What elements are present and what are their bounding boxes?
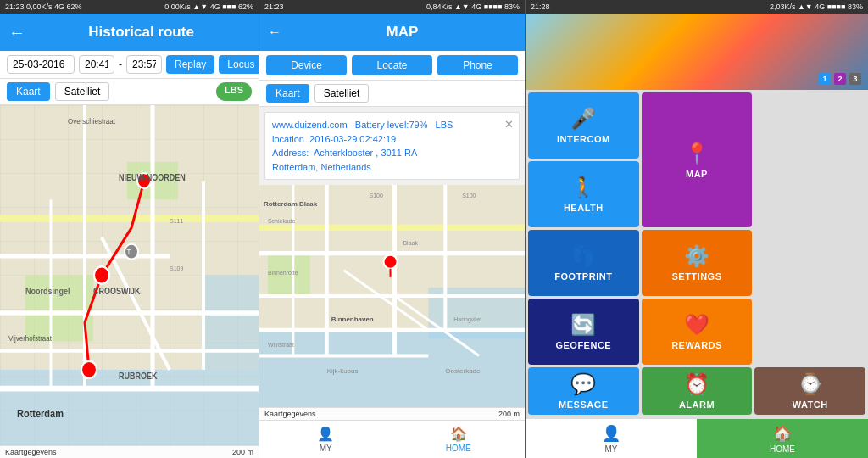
map-svg-2: Schiekade Binnenrotte Blaak Binnenhaven …	[259, 185, 525, 407]
info-line2: location 2016-03-29 02:42:19	[272, 132, 512, 147]
intercom-button[interactable]: 🎤 INTERCOM	[528, 92, 639, 159]
alarm-button[interactable]: ⏰ ALARM	[642, 367, 753, 415]
info-line3: Address: Achterklooster , 3011 RA	[272, 146, 512, 160]
svg-point-54	[384, 255, 398, 269]
footer-right-2: 200 m	[498, 410, 520, 418]
settings-button[interactable]: ⚙️ SETTINGS	[642, 230, 753, 296]
home-icon-2: 🏠	[450, 426, 467, 442]
page-dot-2[interactable]: 2	[834, 73, 846, 85]
status-bar-1: 21:23 0,00K/s 4G 62% 0,00K/s ▲▼ 4G ■■■ 6…	[0, 0, 259, 14]
tab-kaart-1[interactable]: Kaart	[7, 82, 50, 101]
svg-text:Binnenrotte: Binnenrotte	[268, 270, 298, 276]
nav-my-2[interactable]: 👤 MY	[259, 421, 392, 458]
message-label: MESSAGE	[559, 399, 609, 410]
svg-rect-1	[203, 276, 259, 370]
svg-text:Kijk-kubus: Kijk-kubus	[327, 367, 359, 375]
watch-label: WATCH	[793, 399, 828, 410]
status-right-1: 0,00K/s ▲▼ 4G ■■■ 62%	[164, 3, 253, 11]
panel2-toolbar: Device Locate Phone	[259, 51, 525, 81]
svg-text:CROOSWIJK: CROOSWIJK	[93, 286, 141, 296]
svg-text:NIEUW-NOORDEN: NIEUW-NOORDEN	[119, 173, 186, 183]
tab-satelliet-1[interactable]: Satelliet	[55, 82, 110, 101]
info-line1: www.duizend.com Battery level:79% LBS	[272, 118, 512, 132]
svg-text:Oosterkade: Oosterkade	[445, 367, 481, 375]
page-dot-3[interactable]: 3	[849, 73, 861, 85]
time-start-input[interactable]	[79, 55, 114, 74]
time-separator: -	[119, 59, 122, 70]
geofence-label: GEOFENCE	[555, 340, 611, 350]
locus-button[interactable]: Locus	[219, 55, 259, 74]
phone-button[interactable]: Phone	[437, 55, 518, 75]
svg-text:S100: S100	[370, 193, 383, 198]
svg-text:Blaak: Blaak	[403, 240, 418, 246]
footprint-icon: 👣	[570, 244, 596, 268]
panel1-toolbar: - Replay Locus	[0, 51, 259, 79]
watch-button[interactable]: ⌚ WATCH	[754, 367, 865, 415]
footer-left-1: Kaartgegevens	[5, 448, 57, 456]
status-right-3: 2,03K/s ▲▼ 4G ■■■■ 83%	[770, 3, 863, 11]
status-bar-3: 21:28 2,03K/s ▲▼ 4G ■■■■ 83%	[526, 0, 868, 14]
device-button[interactable]: Device	[266, 55, 347, 75]
footer-right-1: 200 m	[232, 448, 253, 456]
rewards-button[interactable]: ❤️ REWARDS	[642, 299, 753, 365]
svg-text:Rotterdam Blaak: Rotterdam Blaak	[264, 200, 318, 208]
svg-text:Noordsingel: Noordsingel	[25, 286, 70, 296]
replay-button[interactable]: Replay	[166, 55, 214, 74]
panel1-title: Historical route	[32, 24, 250, 41]
status-right-2: 0,84K/s ▲▼ 4G ■■■■ 83%	[426, 3, 520, 11]
svg-text:Vijverhofstraat: Vijverhofstraat	[8, 334, 53, 344]
nav-home-label-3: HOME	[770, 444, 795, 454]
map-label: MAP	[686, 169, 708, 179]
tab-kaart-2[interactable]: Kaart	[266, 84, 309, 103]
page-dot-1[interactable]: 1	[819, 73, 831, 85]
health-icon: 🚶	[570, 176, 596, 199]
locate-button[interactable]: Locate	[352, 55, 432, 75]
map-button[interactable]: 📍 MAP	[642, 92, 753, 227]
nav-home-2[interactable]: 🏠 HOME	[392, 421, 526, 458]
map-svg-1: T Noordsingel Vijverhofstraat CROOSWIJK …	[0, 105, 259, 445]
time-end-input[interactable]	[126, 55, 162, 74]
footprint-button[interactable]: 👣 FOOTPRINT	[528, 230, 639, 296]
geofence-button[interactable]: 🔄 GEOFENCE	[528, 299, 639, 365]
map-area-1: T Noordsingel Vijverhofstraat CROOSWIJK …	[0, 105, 259, 445]
svg-rect-29	[259, 330, 525, 407]
info-line4: Rotterdam, Netherlands	[272, 160, 512, 175]
panel-home: 21:28 2,03K/s ▲▼ 4G ■■■■ 83% 1 2 3 🎤 INT…	[525, 0, 868, 458]
panel2-header: ← MAP	[259, 14, 525, 51]
footer-left-2: Kaartgegevens	[264, 410, 316, 418]
home-icon-3: 🏠	[773, 424, 792, 443]
map-icon: 📍	[684, 142, 709, 165]
svg-text:S109: S109	[170, 265, 183, 272]
message-icon: 💬	[570, 372, 596, 396]
svg-text:RUBROEK: RUBROEK	[119, 371, 158, 382]
svg-text:S111: S111	[170, 217, 183, 225]
settings-icon: ⚙️	[684, 244, 709, 268]
intercom-icon: 🎤	[570, 107, 596, 131]
date-input[interactable]	[7, 55, 75, 74]
message-button[interactable]: 💬 MESSAGE	[528, 367, 639, 415]
svg-text:Schiekade: Schiekade	[268, 218, 296, 224]
rewards-label: REWARDS	[671, 340, 722, 350]
alarm-label: ALARM	[679, 399, 715, 410]
nav-home-label-2: HOME	[446, 444, 471, 453]
health-button[interactable]: 🚶 HEALTH	[528, 161, 639, 227]
tab-satelliet-2[interactable]: Satelliet	[314, 84, 370, 103]
bottom-nav: 👤 MY 🏠 HOME	[526, 417, 868, 458]
back-arrow-2[interactable]: ←	[268, 25, 281, 40]
back-arrow-1[interactable]: ←	[8, 23, 25, 42]
close-button[interactable]: ✕	[504, 116, 514, 133]
settings-label: SETTINGS	[671, 271, 721, 282]
nav-home-3[interactable]: 🏠 HOME	[697, 419, 868, 458]
lbs-toggle[interactable]: LBS	[216, 82, 252, 101]
panel1-header: ← Historical route	[0, 14, 259, 51]
alarm-icon: ⏰	[684, 372, 709, 396]
status-time-1: 21:23 0,00K/s 4G 62%	[5, 3, 82, 11]
nav-my-3[interactable]: 👤 MY	[526, 419, 697, 458]
intercom-label: INTERCOM	[557, 134, 610, 144]
svg-text:Binnenhaven: Binnenhaven	[331, 316, 374, 323]
info-popup: ✕ www.duizend.com Battery level:79% LBS …	[264, 112, 520, 180]
svg-point-16	[81, 361, 97, 378]
rewards-icon: ❤️	[684, 313, 709, 337]
svg-text:Overschiestraat: Overschiestraat	[68, 117, 116, 126]
hero-image[interactable]: 1 2 3	[526, 14, 868, 90]
